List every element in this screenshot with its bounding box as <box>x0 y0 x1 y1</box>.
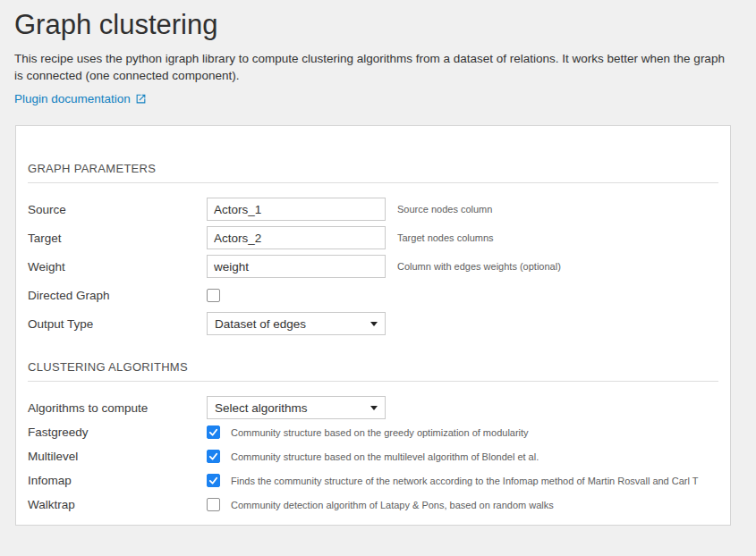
settings-panel: GRAPH PARAMETERS Source Source nodes col… <box>15 125 731 526</box>
walktrap-checkbox[interactable] <box>207 498 220 511</box>
page-title: Graph clustering <box>14 7 756 43</box>
weight-label: Weight <box>28 260 207 274</box>
field-row-output-type: Output Type Dataset of edges <box>28 312 718 335</box>
page-description: This recipe uses the python igraph libra… <box>14 50 726 84</box>
infomap-label: Infomap <box>28 474 207 487</box>
fastgreedy-label: Fastgreedy <box>28 425 207 439</box>
algorithms-to-compute-select[interactable]: Select algorithms <box>207 396 386 419</box>
field-row-weight: Weight Column with edges weights (option… <box>28 255 718 278</box>
caret-down-icon <box>370 406 378 410</box>
target-help-text: Target nodes columns <box>397 232 494 243</box>
field-row-walktrap: Walktrap Community detection algorithm o… <box>28 497 718 512</box>
target-input[interactable] <box>207 226 386 249</box>
fastgreedy-checkbox[interactable] <box>207 425 220 439</box>
source-label: Source <box>28 203 207 216</box>
weight-help-text: Column with edges weights (optional) <box>397 261 561 272</box>
external-link-icon <box>135 93 147 105</box>
plugin-documentation-link-label: Plugin documentation <box>14 92 131 105</box>
weight-input[interactable] <box>207 255 386 278</box>
section-title-graph-parameters: GRAPH PARAMETERS <box>28 162 718 183</box>
multilevel-help-text: Community structure based on the multile… <box>231 451 539 462</box>
source-help-text: Source nodes column <box>397 204 492 215</box>
multilevel-checkbox[interactable] <box>207 450 220 463</box>
caret-down-icon <box>370 322 378 326</box>
field-row-fastgreedy: Fastgreedy Community structure based on … <box>28 425 718 440</box>
field-row-multilevel: Multilevel Community structure based on … <box>28 449 718 464</box>
section-clustering-algorithms: CLUSTERING ALGORITHMS Algorithms to comp… <box>28 360 718 512</box>
source-input[interactable] <box>207 198 386 221</box>
output-type-label: Output Type <box>28 317 207 331</box>
directed-graph-label: Directed Graph <box>28 289 207 302</box>
field-row-directed-graph: Directed Graph <box>28 283 718 307</box>
field-row-algorithms-to-compute: Algorithms to compute Select algorithms <box>28 396 718 419</box>
infomap-checkbox[interactable] <box>207 474 220 487</box>
target-label: Target <box>28 232 207 245</box>
page: Graph clustering This recipe uses the py… <box>0 7 756 526</box>
section-graph-parameters: GRAPH PARAMETERS Source Source nodes col… <box>28 162 718 335</box>
field-row-source: Source Source nodes column <box>28 198 718 221</box>
multilevel-label: Multilevel <box>28 450 207 463</box>
fastgreedy-help-text: Community structure based on the greedy … <box>231 427 529 438</box>
walktrap-help-text: Community detection algorithm of Latapy … <box>231 500 554 510</box>
directed-graph-checkbox[interactable] <box>207 289 220 302</box>
infomap-help-text: Finds the community structure of the net… <box>231 476 699 486</box>
output-type-selected-value: Dataset of edges <box>215 317 306 331</box>
algorithms-to-compute-selected-value: Select algorithms <box>215 401 308 415</box>
plugin-documentation-link[interactable]: Plugin documentation <box>14 92 147 105</box>
walktrap-label: Walktrap <box>28 498 207 511</box>
field-row-infomap: Infomap Finds the community structure of… <box>28 473 718 488</box>
algorithms-to-compute-label: Algorithms to compute <box>28 401 207 415</box>
output-type-select[interactable]: Dataset of edges <box>207 312 386 335</box>
section-title-clustering-algorithms: CLUSTERING ALGORITHMS <box>28 360 718 382</box>
field-row-target: Target Target nodes columns <box>28 226 718 249</box>
